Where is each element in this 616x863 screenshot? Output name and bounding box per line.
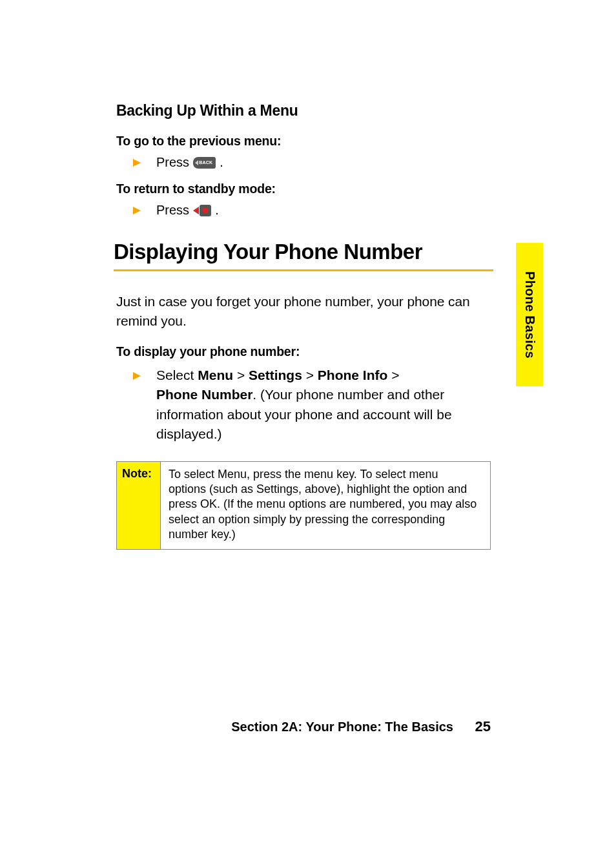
nav-menu: Menu	[198, 368, 233, 382]
bullet-arrow-icon	[133, 372, 141, 380]
nav-separator: >	[237, 368, 245, 382]
side-tab: Phone Basics	[516, 243, 543, 386]
step-text: Press .	[156, 203, 219, 218]
step-text: Press BACK .	[156, 155, 223, 170]
nav-phone-number: Phone Number	[156, 387, 252, 402]
step-press-end: Press .	[133, 203, 491, 218]
instruction-display-number: To display your phone number:	[116, 344, 491, 359]
section-rule	[114, 269, 493, 271]
page-footer: Section 2A: Your Phone: The Basics 25	[116, 718, 491, 735]
side-tab-label: Phone Basics	[522, 271, 537, 359]
footer-section-label: Section 2A: Your Phone: The Basics	[231, 720, 453, 734]
nav-settings: Settings	[249, 368, 302, 382]
bullet-arrow-icon	[133, 159, 141, 167]
step-text: Select Menu > Settings > Phone Info > Ph…	[156, 366, 491, 444]
nav-separator: >	[391, 368, 399, 382]
bullet-arrow-icon	[133, 207, 141, 214]
note-label: Note:	[117, 462, 161, 549]
end-key-icon	[193, 205, 211, 216]
instruction-previous-menu: To go to the previous menu:	[116, 134, 491, 149]
page-number: 25	[475, 718, 491, 735]
press-label: Press	[156, 155, 189, 170]
step-press-back: Press BACK .	[133, 155, 491, 170]
period: .	[220, 155, 223, 170]
back-key-icon: BACK	[193, 157, 216, 169]
back-key-label: BACK	[199, 160, 212, 165]
heading-backing-up: Backing Up Within a Menu	[116, 102, 491, 120]
select-label: Select	[156, 368, 194, 382]
note-text: To select Menu, press the menu key. To s…	[161, 462, 490, 549]
nav-separator: >	[306, 368, 314, 382]
intro-paragraph: Just in case you forget your phone numbe…	[116, 292, 491, 331]
press-label: Press	[156, 203, 189, 218]
instruction-standby: To return to standby mode:	[116, 182, 491, 196]
page: Backing Up Within a Menu To go to the pr…	[0, 0, 616, 863]
nav-phone-info: Phone Info	[318, 368, 388, 382]
note-box: Note: To select Menu, press the menu key…	[116, 461, 491, 550]
section-title: Displaying Your Phone Number	[114, 240, 491, 264]
content-area: Backing Up Within a Menu To go to the pr…	[116, 102, 491, 550]
step-select-menu-path: Select Menu > Settings > Phone Info > Ph…	[133, 366, 491, 444]
period: .	[215, 203, 219, 218]
